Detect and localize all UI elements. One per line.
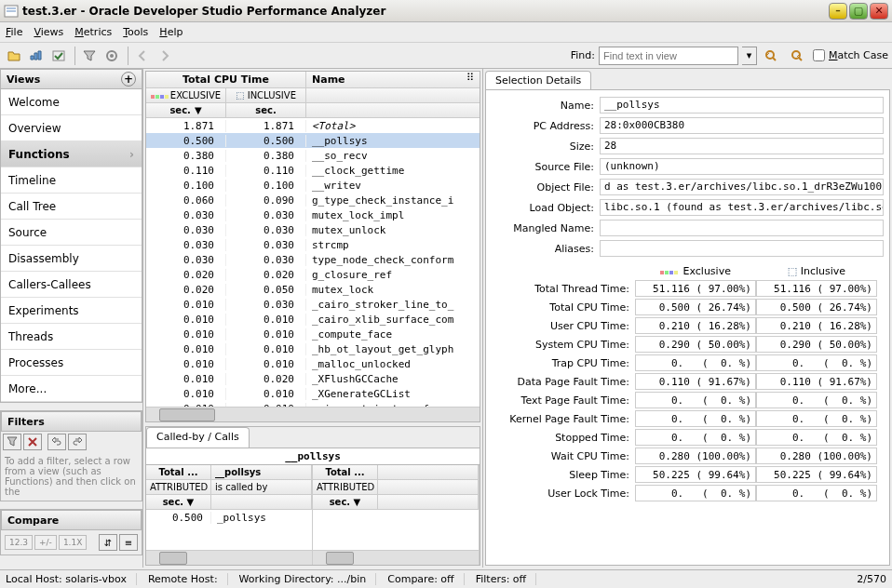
menu-views[interactable]: Views [34,26,63,38]
called-sec-header[interactable]: sec. ▼ [146,495,211,509]
compare-sort-icon[interactable]: ⇵ [99,534,117,551]
sidebar-item-call-tree[interactable]: Call Tree [1,194,142,220]
filter-icon[interactable] [79,46,100,66]
columns-icon[interactable]: ⠿ [466,72,480,87]
table-row[interactable]: 0.0300.030type_node_check_conform [146,252,480,267]
table-row[interactable]: 0.0300.030mutex_unlock [146,222,480,237]
table-row[interactable]: 0.0100.010_XGenerateGCList [146,386,480,401]
table-row[interactable]: 0.0100.010_malloc_unlocked [146,356,480,371]
metric-row: Data Page Fault Time:0.110 ( 91.67%)0.11… [492,372,884,391]
sidebar-item-functions[interactable]: Functions› [1,141,142,167]
maximize-button[interactable]: ▢ [849,3,868,20]
table-row[interactable]: 0.5000.500__pollsys [146,133,480,148]
sidebar-item-threads[interactable]: Threads [1,324,142,350]
minimize-button[interactable]: – [829,3,847,20]
tab-selection-details[interactable]: Selection Details [485,71,591,89]
metric-row: User CPU Time:0.210 ( 16.28%)0.210 ( 16.… [492,316,884,335]
status-remotehost: Remote Host: [148,573,228,585]
compare-abs-button[interactable]: 12.3 [5,535,33,550]
menu-help[interactable]: Help [159,26,182,38]
app-icon [4,4,19,19]
back-icon[interactable] [132,46,153,66]
calls-sec-header[interactable]: sec. ▼ [313,495,378,509]
detail-row: Source File:(unknown) [492,157,884,176]
svg-rect-3 [53,51,64,60]
filter-funnel-icon[interactable] [3,434,21,450]
calls-total-header[interactable]: Total ... [313,465,378,479]
table-row[interactable]: 0.0300.030mutex_lock_impl [146,207,480,222]
sidebar-item-disassembly[interactable]: Disassembly [1,246,142,272]
sidebar-item-source[interactable]: Source [1,220,142,246]
compare-delta-button[interactable]: +/- [34,535,57,550]
compare-ratio-button[interactable]: 1.1X [59,535,87,550]
filter-clear-icon[interactable] [23,434,42,450]
col-name[interactable]: Name [306,72,466,87]
sidebar-item-processes[interactable]: Processes [1,350,142,376]
hscrollbar[interactable] [146,407,480,421]
table-row[interactable]: 0.0600.090g_type_check_instance_i [146,193,480,207]
status-compare: Compare: off [387,573,464,585]
table-row[interactable]: 0.0200.020g_closure_ref [146,267,480,282]
find-prev-icon[interactable] [761,46,781,66]
sidebar-item-timeline[interactable]: Timeline [1,167,142,194]
list-item[interactable]: 0.500_pollsys [146,510,312,525]
table-row[interactable]: 0.0100.010_compute_face [146,327,480,341]
called-left-scroll[interactable] [146,550,312,565]
sidebar-item-welcome[interactable]: Welcome [1,89,142,115]
menubar: File Views Metrics Tools Help [0,22,892,43]
sidebar-item-callers-callees[interactable]: Callers-Callees [1,272,142,298]
metric-row: Stopped Time:0. ( 0. %)0. ( 0. %) [492,428,884,447]
col-total-cpu[interactable]: Total CPU Time [146,72,306,87]
col-sec-incl[interactable]: sec. [226,103,306,117]
table-row[interactable]: 0.0100.020_XFlushGCCache [146,371,480,386]
called-right-scroll[interactable] [313,550,479,565]
col-exclusive[interactable]: EXCLUSIVE [146,88,226,102]
svg-rect-1 [7,7,16,9]
col-sec-excl[interactable]: sec.▼ [146,103,226,117]
experiment-icon[interactable] [48,46,69,66]
table-row[interactable]: 0.3800.380__so_recv [146,148,480,163]
col-inclusive[interactable]: ⬚ INCLUSIVE [226,88,306,102]
settings-icon[interactable] [101,46,122,66]
table-row[interactable]: 0.0100.030_cairo_stroker_line_to_ [146,297,480,312]
incl-header: ⬚ Inclusive [756,265,877,277]
forward-icon[interactable] [155,46,175,66]
menu-metrics[interactable]: Metrics [74,26,112,38]
open-icon[interactable] [4,46,24,66]
sidebar-item-experiments[interactable]: Experiments [1,298,142,324]
matchcase-checkbox[interactable] [813,49,825,61]
filter-redo-icon[interactable] [68,434,87,450]
called-total-header[interactable]: Total ... [146,465,211,479]
metric-row: Sleep Time:50.225 ( 99.64%)50.225 ( 99.6… [492,465,884,484]
sidebar-item-more-[interactable]: More... [1,376,142,402]
status-filters: Filters: off [476,573,536,585]
menu-file[interactable]: File [6,26,22,38]
tab-called-by[interactable]: Called-by / Calls [146,427,250,448]
window-title: test.3.er - Oracle Developer Studio Perf… [22,5,829,18]
detail-row: PC Address:28:0x000CB380 [492,116,884,135]
find-next-icon[interactable] [787,46,807,66]
metric-row: Total Thread Time:51.116 ( 97.00%)51.116… [492,279,884,298]
table-row[interactable]: 0.0100.010_cairo_xlib_surface_com [146,312,480,327]
table-row[interactable]: 0.0300.030strcmp [146,237,480,252]
compare-header: Compare [1,510,142,530]
table-row[interactable]: 0.1000.100__writev [146,178,480,193]
sidebar-item-overview[interactable]: Overview [1,115,142,141]
table-row[interactable]: 0.0100.010_hb_ot_layout_get_glyph [146,341,480,356]
table-row[interactable]: 0.1100.110__clock_gettime [146,163,480,178]
views-list: WelcomeOverviewFunctions›TimelineCall Tr… [0,89,142,403]
add-view-button[interactable]: + [121,72,136,87]
table-row[interactable]: 1.8711.871<Total> [146,118,480,133]
find-input[interactable] [599,47,738,65]
called-func-header[interactable]: __pollsys [211,465,312,479]
find-dropdown[interactable]: ▾ [742,47,757,65]
status-localhost: Local Host: solaris-vbox [6,573,137,585]
metric-row: Trap CPU Time:0. ( 0. %)0. ( 0. %) [492,354,884,372]
menu-tools[interactable]: Tools [123,26,148,38]
table-row[interactable]: 0.0200.050mutex_lock [146,282,480,297]
compare-menu-icon[interactable]: ≡ [119,534,138,551]
filter-undo-icon[interactable] [47,434,66,450]
close-button[interactable]: ✕ [870,3,888,20]
aggregate-icon[interactable] [26,46,47,66]
filters-header-label: Filters [7,416,45,428]
